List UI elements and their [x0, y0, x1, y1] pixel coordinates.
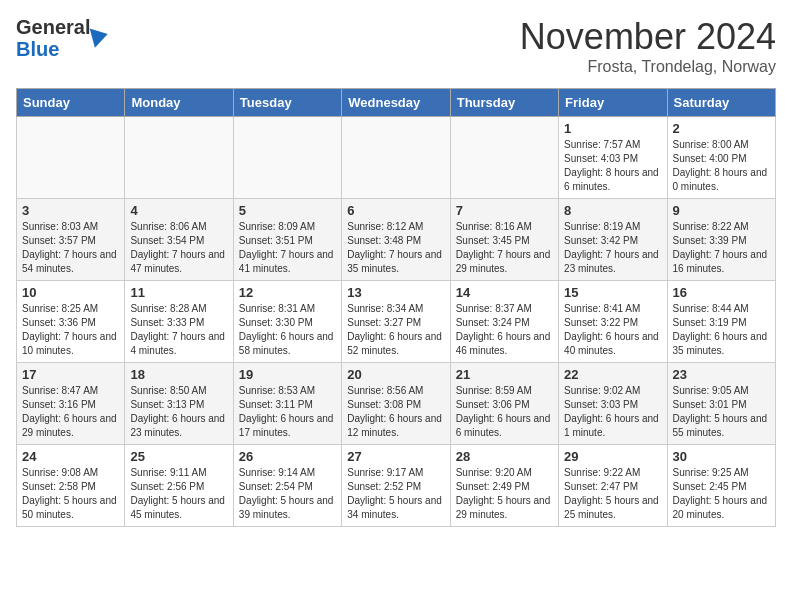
calendar-cell: 26Sunrise: 9:14 AM Sunset: 2:54 PM Dayli…: [233, 445, 341, 527]
calendar-cell: 22Sunrise: 9:02 AM Sunset: 3:03 PM Dayli…: [559, 363, 667, 445]
col-header-tuesday: Tuesday: [233, 89, 341, 117]
day-number: 12: [239, 285, 336, 300]
day-info: Sunrise: 9:25 AM Sunset: 2:45 PM Dayligh…: [673, 466, 770, 522]
day-info: Sunrise: 8:34 AM Sunset: 3:27 PM Dayligh…: [347, 302, 444, 358]
calendar-cell: 4Sunrise: 8:06 AM Sunset: 3:54 PM Daylig…: [125, 199, 233, 281]
calendar-week-row: 3Sunrise: 8:03 AM Sunset: 3:57 PM Daylig…: [17, 199, 776, 281]
calendar-cell: 29Sunrise: 9:22 AM Sunset: 2:47 PM Dayli…: [559, 445, 667, 527]
day-info: Sunrise: 8:19 AM Sunset: 3:42 PM Dayligh…: [564, 220, 661, 276]
day-info: Sunrise: 8:22 AM Sunset: 3:39 PM Dayligh…: [673, 220, 770, 276]
calendar-cell: 5Sunrise: 8:09 AM Sunset: 3:51 PM Daylig…: [233, 199, 341, 281]
calendar-cell: 13Sunrise: 8:34 AM Sunset: 3:27 PM Dayli…: [342, 281, 450, 363]
day-info: Sunrise: 8:47 AM Sunset: 3:16 PM Dayligh…: [22, 384, 119, 440]
calendar-cell: 8Sunrise: 8:19 AM Sunset: 3:42 PM Daylig…: [559, 199, 667, 281]
day-info: Sunrise: 9:20 AM Sunset: 2:49 PM Dayligh…: [456, 466, 553, 522]
day-number: 11: [130, 285, 227, 300]
logo: General Blue: [16, 16, 108, 60]
calendar-week-row: 24Sunrise: 9:08 AM Sunset: 2:58 PM Dayli…: [17, 445, 776, 527]
day-number: 7: [456, 203, 553, 218]
calendar-cell: [125, 117, 233, 199]
day-info: Sunrise: 9:08 AM Sunset: 2:58 PM Dayligh…: [22, 466, 119, 522]
day-number: 15: [564, 285, 661, 300]
calendar-week-row: 17Sunrise: 8:47 AM Sunset: 3:16 PM Dayli…: [17, 363, 776, 445]
day-info: Sunrise: 8:16 AM Sunset: 3:45 PM Dayligh…: [456, 220, 553, 276]
calendar-cell: 30Sunrise: 9:25 AM Sunset: 2:45 PM Dayli…: [667, 445, 775, 527]
day-info: Sunrise: 9:17 AM Sunset: 2:52 PM Dayligh…: [347, 466, 444, 522]
day-info: Sunrise: 8:41 AM Sunset: 3:22 PM Dayligh…: [564, 302, 661, 358]
day-info: Sunrise: 9:11 AM Sunset: 2:56 PM Dayligh…: [130, 466, 227, 522]
calendar-table: SundayMondayTuesdayWednesdayThursdayFrid…: [16, 88, 776, 527]
day-info: Sunrise: 8:03 AM Sunset: 3:57 PM Dayligh…: [22, 220, 119, 276]
col-header-saturday: Saturday: [667, 89, 775, 117]
day-info: Sunrise: 8:00 AM Sunset: 4:00 PM Dayligh…: [673, 138, 770, 194]
calendar-cell: 17Sunrise: 8:47 AM Sunset: 3:16 PM Dayli…: [17, 363, 125, 445]
day-info: Sunrise: 9:02 AM Sunset: 3:03 PM Dayligh…: [564, 384, 661, 440]
calendar-cell: [233, 117, 341, 199]
calendar-cell: 2Sunrise: 8:00 AM Sunset: 4:00 PM Daylig…: [667, 117, 775, 199]
calendar-cell: 1Sunrise: 7:57 AM Sunset: 4:03 PM Daylig…: [559, 117, 667, 199]
day-number: 6: [347, 203, 444, 218]
logo-general-text: General: [16, 16, 90, 38]
calendar-cell: [342, 117, 450, 199]
day-number: 9: [673, 203, 770, 218]
calendar-cell: 11Sunrise: 8:28 AM Sunset: 3:33 PM Dayli…: [125, 281, 233, 363]
calendar-cell: [17, 117, 125, 199]
calendar-cell: 12Sunrise: 8:31 AM Sunset: 3:30 PM Dayli…: [233, 281, 341, 363]
day-info: Sunrise: 8:09 AM Sunset: 3:51 PM Dayligh…: [239, 220, 336, 276]
calendar-cell: 25Sunrise: 9:11 AM Sunset: 2:56 PM Dayli…: [125, 445, 233, 527]
col-header-wednesday: Wednesday: [342, 89, 450, 117]
day-info: Sunrise: 8:50 AM Sunset: 3:13 PM Dayligh…: [130, 384, 227, 440]
calendar-cell: 6Sunrise: 8:12 AM Sunset: 3:48 PM Daylig…: [342, 199, 450, 281]
col-header-monday: Monday: [125, 89, 233, 117]
day-number: 20: [347, 367, 444, 382]
calendar-cell: 15Sunrise: 8:41 AM Sunset: 3:22 PM Dayli…: [559, 281, 667, 363]
day-info: Sunrise: 7:57 AM Sunset: 4:03 PM Dayligh…: [564, 138, 661, 194]
day-number: 21: [456, 367, 553, 382]
col-header-friday: Friday: [559, 89, 667, 117]
calendar-cell: 27Sunrise: 9:17 AM Sunset: 2:52 PM Dayli…: [342, 445, 450, 527]
calendar-cell: [450, 117, 558, 199]
day-info: Sunrise: 8:31 AM Sunset: 3:30 PM Dayligh…: [239, 302, 336, 358]
day-number: 14: [456, 285, 553, 300]
day-info: Sunrise: 8:06 AM Sunset: 3:54 PM Dayligh…: [130, 220, 227, 276]
day-number: 29: [564, 449, 661, 464]
calendar-cell: 24Sunrise: 9:08 AM Sunset: 2:58 PM Dayli…: [17, 445, 125, 527]
day-info: Sunrise: 8:53 AM Sunset: 3:11 PM Dayligh…: [239, 384, 336, 440]
day-number: 18: [130, 367, 227, 382]
day-number: 30: [673, 449, 770, 464]
day-number: 16: [673, 285, 770, 300]
calendar-cell: 16Sunrise: 8:44 AM Sunset: 3:19 PM Dayli…: [667, 281, 775, 363]
day-number: 28: [456, 449, 553, 464]
day-info: Sunrise: 9:22 AM Sunset: 2:47 PM Dayligh…: [564, 466, 661, 522]
day-info: Sunrise: 8:44 AM Sunset: 3:19 PM Dayligh…: [673, 302, 770, 358]
day-number: 25: [130, 449, 227, 464]
calendar-cell: 18Sunrise: 8:50 AM Sunset: 3:13 PM Dayli…: [125, 363, 233, 445]
day-number: 2: [673, 121, 770, 136]
day-number: 22: [564, 367, 661, 382]
col-header-sunday: Sunday: [17, 89, 125, 117]
day-info: Sunrise: 8:28 AM Sunset: 3:33 PM Dayligh…: [130, 302, 227, 358]
page-header: General Blue November 2024 Frosta, Trond…: [16, 16, 776, 76]
day-number: 19: [239, 367, 336, 382]
calendar-cell: 19Sunrise: 8:53 AM Sunset: 3:11 PM Dayli…: [233, 363, 341, 445]
month-title: November 2024: [520, 16, 776, 58]
day-number: 10: [22, 285, 119, 300]
calendar-week-row: 10Sunrise: 8:25 AM Sunset: 3:36 PM Dayli…: [17, 281, 776, 363]
day-number: 13: [347, 285, 444, 300]
calendar-cell: 23Sunrise: 9:05 AM Sunset: 3:01 PM Dayli…: [667, 363, 775, 445]
calendar-cell: 10Sunrise: 8:25 AM Sunset: 3:36 PM Dayli…: [17, 281, 125, 363]
day-info: Sunrise: 8:25 AM Sunset: 3:36 PM Dayligh…: [22, 302, 119, 358]
logo-arrow-icon: [90, 24, 111, 47]
day-number: 3: [22, 203, 119, 218]
day-info: Sunrise: 9:14 AM Sunset: 2:54 PM Dayligh…: [239, 466, 336, 522]
logo-blue-text: Blue: [16, 38, 59, 60]
day-number: 8: [564, 203, 661, 218]
calendar-cell: 3Sunrise: 8:03 AM Sunset: 3:57 PM Daylig…: [17, 199, 125, 281]
day-info: Sunrise: 8:56 AM Sunset: 3:08 PM Dayligh…: [347, 384, 444, 440]
calendar-week-row: 1Sunrise: 7:57 AM Sunset: 4:03 PM Daylig…: [17, 117, 776, 199]
day-number: 26: [239, 449, 336, 464]
day-info: Sunrise: 8:37 AM Sunset: 3:24 PM Dayligh…: [456, 302, 553, 358]
day-number: 4: [130, 203, 227, 218]
day-number: 24: [22, 449, 119, 464]
day-info: Sunrise: 8:59 AM Sunset: 3:06 PM Dayligh…: [456, 384, 553, 440]
